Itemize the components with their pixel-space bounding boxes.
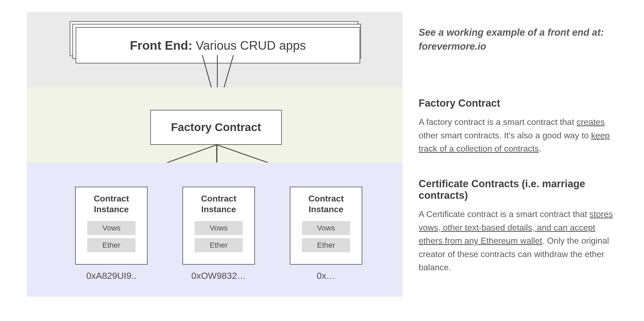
contract-instance-title: ContractInstance	[94, 193, 129, 215]
certificates-row: ContractInstance Vows Ether 0xA829UI9.. …	[27, 163, 402, 297]
ether-chip: Ether	[195, 238, 243, 252]
contract-instance-1: ContractInstance Vows Ether 0xA829UI9..	[75, 187, 148, 281]
frontend-label-rest: Various CRUD apps	[192, 38, 306, 52]
instances-container: ContractInstance Vows Ether 0xA829UI9.. …	[75, 187, 362, 281]
factory-heading: Factory Contract	[419, 98, 617, 109]
frontend-note-line1: See a working example of a front end at:	[419, 27, 604, 38]
ether-chip: Ether	[87, 238, 136, 252]
contract-address: 0xOW9832…	[191, 270, 246, 281]
frontend-row: Front End: Various CRUD apps	[27, 12, 402, 87]
contract-instance-2: ContractInstance Vows Ether 0xOW9832…	[182, 187, 255, 281]
vows-chip: Vows	[195, 221, 243, 235]
contract-instance-card: ContractInstance Vows Ether	[290, 187, 362, 265]
contract-instance-title: ContractInstance	[201, 193, 236, 215]
diagram-left-column: Front End: Various CRUD apps Factory Con…	[27, 12, 402, 297]
frontend-note-line2: forevermore.io	[419, 41, 486, 52]
certificate-section: Certificate Contracts (i.e. marriage con…	[419, 171, 617, 274]
diagram-root: Front End: Various CRUD apps Factory Con…	[27, 12, 617, 297]
factory-box: Factory Contract	[150, 110, 282, 145]
contract-instance-card: ContractInstance Vows Ether	[182, 187, 255, 265]
ether-chip: Ether	[302, 238, 350, 252]
contract-address: 0xA829UI9..	[86, 270, 136, 281]
factory-section: Factory Contract A factory contract is a…	[419, 95, 617, 171]
contract-instance-card: ContractInstance Vows Ether	[75, 187, 148, 265]
frontend-label-bold: Front End:	[130, 38, 192, 52]
vows-chip: Vows	[302, 221, 350, 235]
vows-chip: Vows	[87, 221, 136, 235]
contract-instance-3: ContractInstance Vows Ether 0x…	[290, 187, 362, 281]
contract-address: 0x…	[317, 270, 335, 281]
factory-box-label: Factory Contract	[171, 121, 261, 134]
certificate-heading: Certificate Contracts (i.e. marriage con…	[419, 178, 617, 201]
factory-body: A factory contract is a smart contract t…	[419, 116, 617, 156]
frontend-label: Front End: Various CRUD apps	[130, 38, 306, 53]
contract-instance-title: ContractInstance	[308, 193, 344, 215]
factory-row: Factory Contract	[27, 87, 402, 163]
frontend-stack: Front End: Various CRUD apps	[70, 21, 361, 70]
certificate-body: A Certificate contract is a smart contra…	[419, 208, 617, 274]
diagram-right-column: See a working example of a front end at:…	[419, 12, 617, 297]
frontend-note: See a working example of a front end at:…	[419, 26, 617, 95]
frontend-card: Front End: Various CRUD apps	[76, 27, 360, 63]
